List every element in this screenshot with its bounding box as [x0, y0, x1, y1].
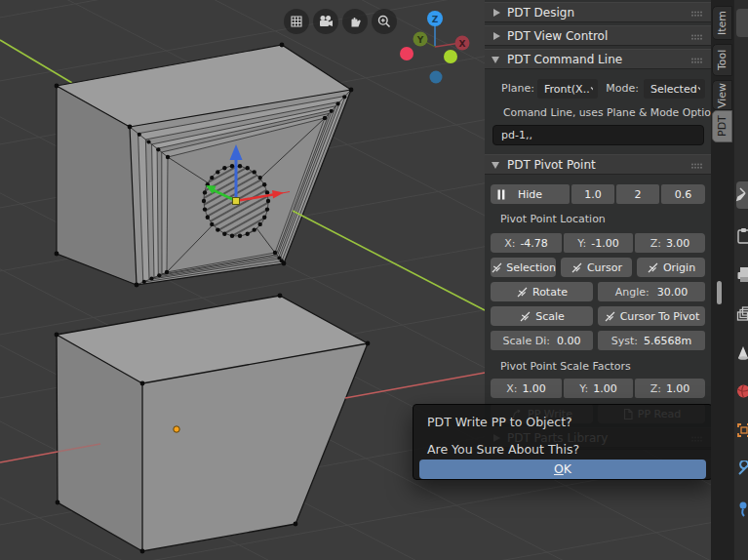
gizmo-y-neg-ball[interactable]	[444, 50, 457, 63]
mesh-box-top[interactable]	[55, 43, 354, 288]
confirm-dialog: PDT Write PP to Object? Are You Sure Abo…	[413, 404, 713, 480]
collapse-arrow-icon[interactable]	[493, 9, 500, 17]
y-value: 1.00	[593, 382, 617, 395]
tab-label: Tool	[716, 50, 728, 70]
pivot-width-field[interactable]: 2	[616, 184, 659, 204]
plane-dropdown[interactable]: Front(X..	[537, 79, 598, 99]
dialog-title: PDT Write PP to Object?	[427, 415, 572, 429]
navigation-gizmo[interactable]: Z Y X	[395, 5, 483, 93]
panel-header-pdt-pivot-point[interactable]: PDT Pivot Point	[485, 154, 711, 175]
printer-icon[interactable]	[735, 265, 748, 285]
ok-button[interactable]: OK	[419, 460, 706, 479]
panel-header-pdt-design[interactable]: PDT Design	[485, 2, 711, 22]
mode-dropdown[interactable]: Selected	[644, 79, 705, 99]
y-label: Y:	[579, 382, 588, 395]
x-label: X:	[506, 382, 517, 395]
hide-label: Hide	[518, 188, 542, 201]
pivot-alpha-field[interactable]: 0.6	[661, 184, 705, 204]
properties-rail	[733, 0, 748, 560]
pivot-y-field[interactable]: Y:-1.00	[564, 233, 633, 253]
scale-x-field[interactable]: X:1.00	[491, 379, 562, 398]
pivot-z-field[interactable]: Z:3.00	[635, 233, 705, 253]
zoom-in-icon[interactable]	[372, 9, 397, 34]
angle-field[interactable]: Angle:30.00	[598, 282, 705, 301]
mode-value: Selected	[650, 83, 697, 96]
world-icon[interactable]	[735, 382, 748, 402]
pivot-to-selection-button[interactable]: Selection	[491, 258, 556, 277]
command-line-value: pd-1,,	[501, 129, 532, 141]
panel-title: PDT Command Line	[507, 53, 622, 66]
scale-distance-field[interactable]: Scale Di:0.00	[491, 331, 593, 350]
scale-factors-label: Pivot Point Scale Factors	[500, 360, 631, 373]
expand-arrow-icon[interactable]	[492, 57, 499, 63]
pivot-icon	[604, 310, 616, 323]
physics-icon[interactable]	[735, 500, 748, 519]
label: Selection	[506, 261, 556, 274]
panel-title: PDT Design	[507, 6, 574, 20]
system-distance-field[interactable]: Syst:5.6568m	[598, 331, 705, 350]
pivot-x-field[interactable]: X:-4.78	[491, 233, 562, 253]
pause-icon	[497, 189, 505, 200]
panel-title: PDT Pivot Point	[507, 158, 596, 172]
drag-dots-icon[interactable]	[690, 162, 703, 170]
chevron-down-icon	[697, 86, 700, 92]
z-label: Z:	[650, 237, 661, 250]
drag-dots-icon[interactable]	[690, 57, 703, 64]
scrollbar-thumb[interactable]	[717, 281, 722, 304]
tab-label: View	[716, 82, 728, 107]
pivot-size-field[interactable]: 1.0	[571, 184, 614, 204]
expand-arrow-icon[interactable]	[492, 162, 499, 169]
scale-y-field[interactable]: Y:1.00	[564, 379, 633, 398]
pivot-to-origin-button[interactable]: Origin	[637, 258, 705, 277]
command-line-input[interactable]: pd-1,,	[492, 125, 704, 145]
x-value: -4.78	[520, 237, 547, 250]
label: Origin	[663, 261, 695, 274]
gizmo-y-label: Y	[416, 35, 424, 45]
camera-icon[interactable]	[313, 9, 338, 34]
rail-top-button[interactable]	[736, 9, 748, 37]
label: Cursor To Pivot	[620, 310, 700, 323]
label: Scale	[535, 310, 565, 323]
z-value: 1.00	[666, 382, 690, 395]
cursor-to-pivot-button[interactable]: Cursor To Pivot	[598, 306, 705, 326]
axis-y-line	[0, 40, 72, 83]
mesh-box-bottom[interactable]	[55, 294, 371, 554]
pivot-hide-toggle[interactable]: Hide	[491, 184, 570, 204]
hand-icon[interactable]	[342, 9, 368, 34]
gizmo-z-neg-ball[interactable]	[430, 71, 443, 84]
pivot-to-cursor-button[interactable]: Cursor	[561, 258, 632, 277]
grid-icon[interactable]	[284, 9, 309, 34]
tab-item[interactable]: Item	[712, 6, 732, 40]
tab-pdt[interactable]: PDT	[712, 110, 732, 142]
panel-header-pdt-command-line[interactable]: PDT Command Line	[485, 49, 711, 69]
render-layers-icon[interactable]	[735, 304, 748, 324]
drag-dots-icon[interactable]	[690, 10, 703, 18]
collapse-arrow-icon[interactable]	[493, 32, 500, 40]
chevron-down-icon	[590, 86, 593, 92]
x-label: X:	[504, 237, 515, 250]
drag-dots-icon[interactable]	[690, 33, 703, 41]
object-icon[interactable]	[735, 421, 748, 441]
gizmo-x-neg-ball[interactable]	[400, 47, 413, 60]
y-value: -1.00	[591, 237, 618, 250]
tab-tool[interactable]: Tool	[712, 44, 732, 76]
scale-z-field[interactable]: Z:1.00	[635, 379, 705, 398]
blender-window: Z Y X PDT Design PDT View Control PDT Co…	[0, 0, 748, 560]
scale-button[interactable]: Scale	[491, 306, 593, 326]
active-tool-icon[interactable]	[735, 185, 748, 205]
angle-value: 30.00	[657, 286, 689, 299]
rotate-button[interactable]: Rotate	[491, 282, 593, 301]
pivot-icon	[491, 261, 502, 274]
panel-header-pdt-view-control[interactable]: PDT View Control	[485, 25, 711, 46]
modifiers-icon[interactable]	[735, 460, 748, 480]
gizmo-z-label: Z	[432, 15, 439, 24]
clipboard-icon[interactable]	[735, 226, 748, 246]
scene-icon[interactable]	[735, 343, 748, 363]
sidebar-panel: PDT Design PDT View Control PDT Command …	[485, 0, 711, 450]
z-value: 3.00	[666, 237, 690, 250]
gizmo-x-label: X	[459, 39, 466, 49]
object-origin-dot[interactable]	[174, 426, 179, 432]
tab-view[interactable]: View	[712, 80, 732, 110]
location-label: Pivot Point Location	[500, 213, 606, 225]
value: 1.0	[584, 188, 602, 201]
